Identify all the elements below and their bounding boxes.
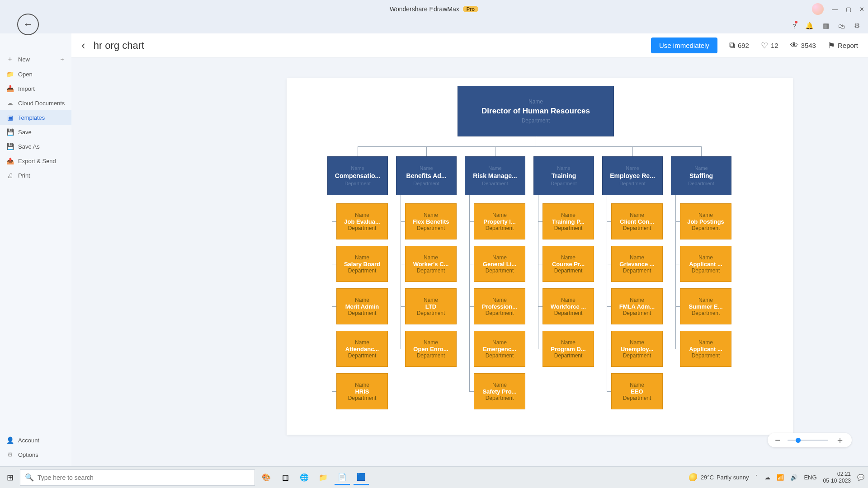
sidebar-item-label: Templates [18, 114, 45, 121]
zoom-out-button[interactable]: − [775, 436, 780, 445]
org-head-1[interactable]: NameBenefits Ad...Department [396, 156, 457, 195]
sidebar-icon: ▣ [6, 114, 14, 121]
org-item-0-2[interactable]: NameMerit AdminDepartment [336, 288, 388, 324]
sidebar-icon: ⚙ [6, 451, 14, 458]
org-item-2-4[interactable]: NameSafety Pro...Department [474, 373, 525, 409]
sidebar-icon: 📤 [6, 157, 14, 164]
org-item-5-2[interactable]: NameSummer E...Department [680, 288, 731, 324]
sidebar-item-export-send[interactable]: 📤Export & Send [0, 154, 71, 168]
copy-icon: ⧉ [729, 41, 735, 50]
sidebar-item-new[interactable]: ＋New＋ [0, 52, 71, 67]
sidebar-item-options[interactable]: ⚙Options [0, 447, 71, 462]
tray-notifications-icon[interactable]: 💬 [857, 474, 864, 481]
org-item-1-1[interactable]: NameWorker's C...Department [405, 246, 457, 282]
tray-language-icon[interactable]: ENG [804, 474, 816, 481]
start-button[interactable]: ⊞ [4, 471, 16, 484]
taskbar: ⊞ 🔍 🎨 ▥ 🌐 📁 📄 🟦 29°C Partly sunny ˄ ☁ 📶 … [0, 466, 868, 488]
org-item-4-4[interactable]: NameEEODepartment [611, 373, 663, 409]
bell-icon[interactable]: 🔔 [805, 22, 814, 30]
org-item-5-0[interactable]: NameJob PostingsDepartment [680, 203, 731, 239]
org-item-1-2[interactable]: NameLTDDepartment [405, 288, 457, 324]
org-head-3[interactable]: NameTrainingDepartment [533, 156, 594, 195]
zoom-slider[interactable] [788, 440, 828, 441]
help-icon[interactable]: ? [793, 22, 796, 30]
sidebar-item-cloud-documents[interactable]: ☁Cloud Documents [0, 96, 71, 110]
org-head-4[interactable]: NameEmployee Re...Department [602, 156, 663, 195]
canvas[interactable]: NameDirector of Human ResourcesDepartmen… [71, 58, 868, 466]
page-title: hr org chart [94, 40, 145, 52]
sidebar-item-account[interactable]: 👤Account [0, 433, 71, 447]
back-button[interactable] [17, 14, 39, 35]
org-item-5-3[interactable]: NameApplicant ...Department [680, 331, 731, 367]
store-icon[interactable]: 🛍 [838, 22, 845, 30]
org-item-3-0[interactable]: NameTraining P...Department [542, 203, 594, 239]
org-item-0-3[interactable]: NameAttendanc...Department [336, 331, 388, 367]
minimize-button[interactable]: — [832, 6, 838, 13]
likes-stat[interactable]: ♡12 [761, 41, 778, 51]
sidebar-item-label: Save [18, 129, 32, 136]
use-immediately-button[interactable]: Use immediately [651, 38, 717, 53]
org-item-1-0[interactable]: NameFlex BenefitsDepartment [405, 203, 457, 239]
org-item-0-0[interactable]: NameJob Evalua...Department [336, 203, 388, 239]
taskbar-app-paint[interactable]: 🎨 [259, 470, 274, 485]
org-item-0-1[interactable]: NameSalary BoardDepartment [336, 246, 388, 282]
org-item-2-1[interactable]: NameGeneral Li...Department [474, 246, 525, 282]
org-item-3-1[interactable]: NameCourse Pr...Department [542, 246, 594, 282]
report-button[interactable]: ⚑Report [828, 41, 858, 51]
sidebar-item-save[interactable]: 💾Save [0, 125, 71, 139]
taskbar-app-edraw[interactable]: 🟦 [354, 470, 369, 485]
org-root[interactable]: NameDirector of Human ResourcesDepartmen… [458, 86, 614, 136]
org-item-5-1[interactable]: NameApplicant ...Department [680, 246, 731, 282]
org-item-1-3[interactable]: NameOpen Enro...Department [405, 331, 457, 367]
maximize-button[interactable]: ▢ [846, 6, 851, 13]
views-stat[interactable]: 👁3543 [790, 41, 816, 50]
org-head-0[interactable]: NameCompensatio...Department [327, 156, 388, 195]
sidebar-item-print[interactable]: 🖨Print [0, 168, 71, 183]
tray-onedrive-icon[interactable]: ☁ [764, 474, 770, 481]
taskbar-app-taskview[interactable]: ▥ [278, 470, 293, 485]
avatar[interactable] [812, 3, 824, 15]
taskbar-app-edge[interactable]: 🌐 [297, 470, 312, 485]
taskbar-app-word[interactable]: 📄 [335, 470, 350, 485]
content-header: ‹ hr org chart Use immediately ⧉692 ♡12 … [71, 33, 868, 58]
org-item-3-3[interactable]: NameProgram D...Department [542, 331, 594, 367]
taskbar-search[interactable]: 🔍 [20, 469, 255, 486]
sidebar-item-import[interactable]: 📥Import [0, 81, 71, 96]
org-item-2-3[interactable]: NameEmergenc...Department [474, 331, 525, 367]
back-chevron-icon[interactable]: ‹ [81, 38, 85, 52]
taskbar-app-files[interactable]: 📁 [316, 470, 331, 485]
close-button[interactable]: ✕ [859, 6, 864, 13]
search-icon: 🔍 [25, 473, 34, 482]
heart-icon: ♡ [761, 41, 768, 51]
sidebar-item-open[interactable]: 📁Open [0, 67, 71, 81]
org-item-0-4[interactable]: NameHRISDepartment [336, 373, 388, 409]
sidebar-item-templates[interactable]: ▣Templates [0, 110, 71, 125]
org-item-4-1[interactable]: NameGrievance ...Department [611, 246, 663, 282]
zoom-in-button[interactable]: ＋ [835, 436, 844, 445]
weather-widget[interactable]: 29°C Partly sunny [689, 473, 749, 482]
app-title-text: Wondershare EdrawMax [390, 5, 459, 13]
grid-icon[interactable]: ▦ [823, 22, 829, 30]
org-item-4-2[interactable]: NameFMLA Adm...Department [611, 288, 663, 324]
sidebar-icon: 📥 [6, 85, 14, 92]
org-item-2-0[interactable]: NameProperty I...Department [474, 203, 525, 239]
settings-icon[interactable]: ⚙ [854, 22, 860, 30]
secondary-toolbar: ? 🔔 ▦ 🛍 ⚙ [0, 18, 868, 33]
clock[interactable]: 02:21 05-10-2023 [823, 471, 851, 484]
org-head-5[interactable]: NameStaffingDepartment [671, 156, 731, 195]
tray-volume-icon[interactable]: 🔊 [790, 474, 797, 481]
search-input[interactable] [38, 474, 250, 481]
org-item-4-3[interactable]: NameUnemploy...Department [611, 331, 663, 367]
sidebar-item-label: Print [18, 172, 30, 179]
tray-chevron-icon[interactable]: ˄ [755, 474, 758, 481]
tray-wifi-icon[interactable]: 📶 [777, 474, 784, 481]
sidebar-item-save-as[interactable]: 💾Save As [0, 139, 71, 154]
org-item-2-2[interactable]: NameProfession...Department [474, 288, 525, 324]
copies-stat[interactable]: ⧉692 [729, 41, 749, 50]
org-item-4-0[interactable]: NameClient Con...Department [611, 203, 663, 239]
org-head-2[interactable]: NameRisk Manage...Department [465, 156, 525, 195]
flag-icon: ⚑ [828, 41, 835, 51]
org-item-3-2[interactable]: NameWorkforce ...Department [542, 288, 594, 324]
sidebar-icon: ＋ [6, 56, 14, 63]
plus-icon[interactable]: ＋ [59, 55, 65, 63]
